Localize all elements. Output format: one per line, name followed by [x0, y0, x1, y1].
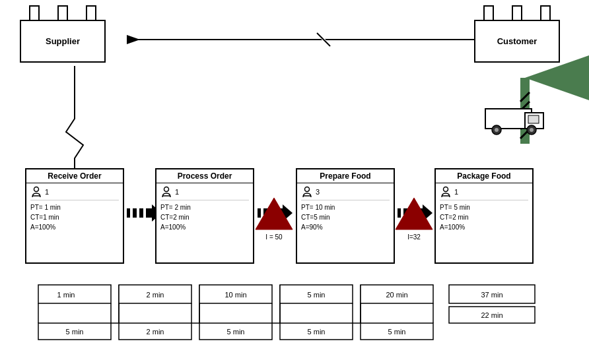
- process-line-2-1: CT=2 min: [160, 212, 249, 222]
- svg-marker-40: [256, 198, 293, 229]
- svg-text:20 min: 20 min: [386, 291, 407, 299]
- supplier-text: Supplier: [46, 36, 80, 46]
- chimney-1: [29, 5, 40, 20]
- chimney-6: [540, 5, 551, 20]
- svg-text:5 min: 5 min: [308, 291, 326, 299]
- prepare-food-title: Prepare Food: [297, 169, 394, 183]
- customer-factory-roof: [474, 5, 560, 20]
- process-line-3-2: A=90%: [301, 222, 390, 232]
- svg-text:5 min: 5 min: [388, 328, 406, 336]
- operator-row-2: 1: [160, 186, 249, 198]
- inventory-2: I=32: [394, 197, 434, 241]
- process-line-1-1: CT=1 min: [30, 212, 119, 222]
- svg-point-29: [495, 128, 499, 132]
- svg-text:5 min: 5 min: [308, 328, 326, 336]
- svg-text:5 min: 5 min: [227, 328, 245, 336]
- operator-icon-4: [440, 186, 452, 198]
- operator-count-3: 3: [316, 188, 320, 196]
- package-food-box: Package Food 1 PT= 5 min CT=2 min A=100%: [434, 168, 534, 264]
- svg-point-36: [305, 187, 310, 192]
- operator-count-4: 1: [454, 188, 458, 196]
- process-line-1-0: PT= 1 min: [30, 202, 119, 212]
- operator-count-2: 1: [175, 188, 179, 196]
- inventory-triangle-2: [394, 197, 434, 231]
- chimney-5: [512, 5, 522, 20]
- prepare-food-box: Prepare Food 3 PT= 10 min CT=5 min A=90%: [296, 168, 395, 264]
- customer-factory: Customer: [474, 5, 560, 63]
- receive-order-body: 1 PT= 1 min CT=1 min A=100%: [26, 183, 123, 235]
- inventory-label-2: I=32: [394, 233, 434, 241]
- truck-icon: [482, 102, 548, 138]
- inventory-triangle-1: [254, 197, 294, 231]
- svg-point-31: [530, 128, 534, 132]
- supplier-factory: Supplier: [20, 5, 106, 63]
- svg-rect-4: [127, 208, 152, 218]
- truck-container: [482, 102, 548, 140]
- svg-point-38: [444, 187, 448, 192]
- package-food-title: Package Food: [436, 169, 532, 183]
- svg-rect-6: [130, 208, 133, 218]
- svg-text:22 min: 22 min: [481, 311, 502, 319]
- svg-point-32: [34, 187, 39, 192]
- prepare-food-body: 3 PT= 10 min CT=5 min A=90%: [297, 183, 394, 235]
- receive-order-title: Receive Order: [26, 169, 123, 183]
- svg-text:2 min: 2 min: [147, 291, 164, 299]
- process-line-3-0: PT= 10 min: [301, 202, 390, 212]
- process-line-2-2: A=100%: [160, 222, 249, 232]
- process-order-body: 1 PT= 2 min CT=2 min A=100%: [156, 183, 253, 235]
- operator-icon-3: [301, 186, 313, 198]
- operator-row-4: 1: [440, 186, 528, 198]
- svg-text:37 min: 37 min: [481, 291, 502, 299]
- operator-icon-2: [160, 186, 172, 198]
- svg-rect-27: [528, 115, 539, 123]
- process-order-box: Process Order 1 PT= 2 min CT=2 min A=100…: [155, 168, 254, 264]
- receive-order-box: Receive Order 1 PT= 1 min CT=1 min A=100…: [25, 168, 124, 264]
- operator-row-1: 1: [30, 186, 119, 198]
- svg-rect-8: [143, 208, 146, 218]
- process-line-4-2: A=100%: [440, 222, 528, 232]
- process-line-4-0: PT= 5 min: [440, 202, 528, 212]
- supplier-factory-roof: [20, 5, 106, 20]
- process-order-title: Process Order: [156, 169, 253, 183]
- svg-text:2 min: 2 min: [147, 328, 164, 336]
- process-line-1-2: A=100%: [30, 222, 119, 232]
- process-line-2-0: PT= 2 min: [160, 202, 249, 212]
- svg-marker-41: [396, 198, 433, 229]
- process-line-4-1: CT=2 min: [440, 212, 528, 222]
- process-line-3-1: CT=5 min: [301, 212, 390, 222]
- inventory-label-1: I = 50: [254, 233, 294, 241]
- package-food-body: 1 PT= 5 min CT=2 min A=100%: [436, 183, 532, 235]
- svg-text:5 min: 5 min: [66, 328, 84, 336]
- customer-text: Customer: [497, 36, 537, 46]
- operator-row-3: 3: [301, 186, 390, 198]
- inventory-1: I = 50: [254, 197, 294, 241]
- svg-rect-7: [137, 208, 139, 218]
- svg-point-34: [164, 187, 169, 192]
- timeline-svg: 1 min 5 min 2 min 2 min 10 min 5 min 5 m…: [13, 284, 555, 356]
- svg-text:10 min: 10 min: [225, 291, 246, 299]
- operator-icon-1: [30, 186, 42, 198]
- svg-line-24: [520, 92, 530, 102]
- chimney-4: [483, 5, 494, 20]
- chimney-3: [86, 5, 96, 20]
- customer-label: Customer: [474, 20, 560, 63]
- chimney-2: [57, 5, 68, 20]
- operator-count-1: 1: [45, 188, 49, 196]
- supplier-label: Supplier: [20, 20, 106, 63]
- diagram: Supplier Customer: [0, 0, 589, 364]
- svg-text:1 min: 1 min: [57, 291, 75, 299]
